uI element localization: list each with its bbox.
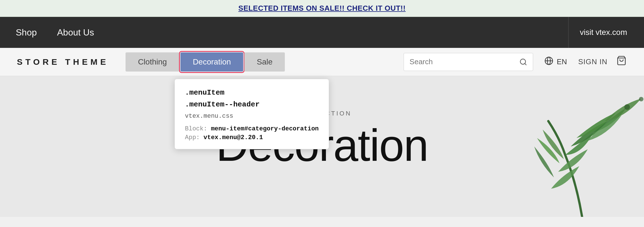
search-icon-button[interactable]	[519, 58, 527, 66]
search-box	[404, 53, 533, 71]
tooltip-block-label: Block:	[185, 125, 207, 132]
category-decoration[interactable]: Decoration	[180, 52, 243, 72]
plant-decoration	[503, 76, 644, 217]
cart-icon	[616, 55, 627, 66]
sign-in-button[interactable]: SIGN IN	[578, 57, 607, 66]
tooltip-app-row: App: vtex.menu@2.20.1	[185, 134, 319, 141]
inspection-tooltip: .menuItem .menuItem--header vtex.menu.cs…	[175, 79, 329, 149]
shop-button[interactable]: Shop	[6, 17, 47, 48]
sale-link[interactable]: SELECTED ITEMS ON SALE!! CHECK IT OUT!!	[238, 4, 406, 12]
category-sale[interactable]: Sale	[244, 52, 285, 72]
svg-line-1	[525, 63, 526, 65]
tooltip-class1: .menuItem	[185, 87, 319, 99]
search-area	[404, 53, 533, 71]
tooltip-file: vtex.menu.css	[185, 113, 319, 120]
svg-point-7	[639, 97, 643, 101]
tooltip-app-value: vtex.menu@2.20.1	[204, 134, 263, 141]
category-clothing[interactable]: Clothing	[126, 52, 179, 72]
globe-icon	[544, 56, 553, 67]
cart-button[interactable]	[616, 55, 627, 68]
tooltip-block-row: Block: menu-item#category-decoration	[185, 125, 319, 132]
search-icon	[519, 58, 527, 66]
search-input[interactable]	[410, 57, 519, 66]
sale-banner: SELECTED ITEMS ON SALE!! CHECK IT OUT!!	[0, 0, 644, 17]
main-nav: Shop About Us visit vtex.com	[0, 17, 644, 48]
language-label: EN	[557, 57, 567, 66]
tooltip-app-label: App:	[185, 134, 200, 141]
tooltip-block-value: menu-item#category-decoration	[211, 125, 319, 132]
category-menu: Clothing Decoration Sale	[126, 52, 392, 72]
header-bar: STORE THEME Clothing Decoration Sale	[0, 48, 644, 76]
visit-vtex-button[interactable]: visit vtex.com	[568, 17, 638, 48]
about-us-button[interactable]: About Us	[47, 17, 104, 48]
language-selector[interactable]: EN	[544, 56, 567, 67]
store-logo: STORE THEME	[17, 57, 109, 67]
plant-svg	[503, 76, 644, 217]
svg-point-6	[624, 104, 630, 110]
tooltip-class2: .menuItem--header	[185, 99, 319, 111]
